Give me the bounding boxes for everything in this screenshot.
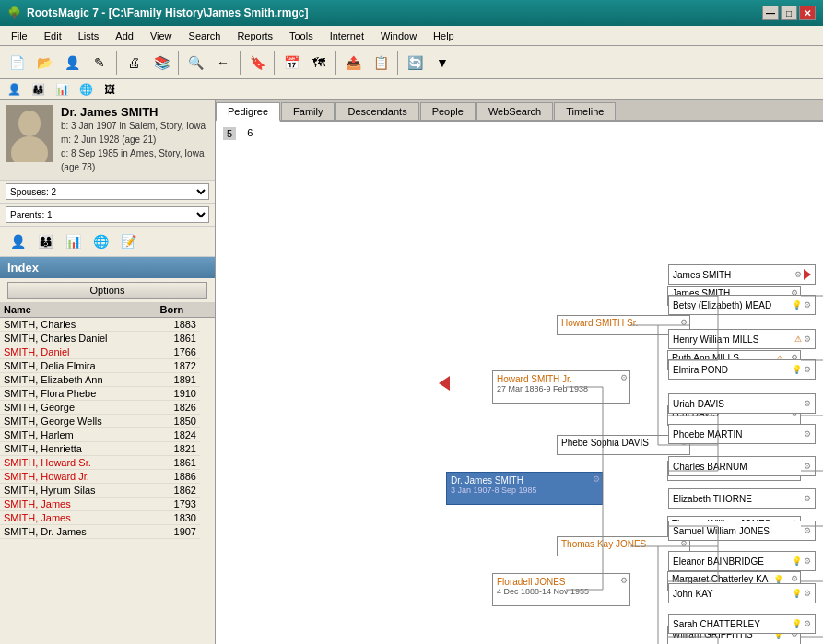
menu-file[interactable]: File [4,29,35,43]
index-row[interactable]: SMITH, Dr. James1907 [0,525,215,539]
family-icon-btn[interactable]: 👨‍👩‍👦 [33,230,57,252]
index-row[interactable]: SMITH, George Wells1850 [0,415,215,428]
tab-timeline[interactable]: Timeline [554,102,616,120]
gen4-1[interactable]: James SMITH ⚙ [668,264,816,285]
chart-icon-btn[interactable]: 📊 [61,230,85,252]
tab-descendants[interactable]: Descendants [335,102,418,120]
menu-search[interactable]: Search [182,29,229,43]
gen4-8-icon: ⚙ [804,494,811,503]
gen4-4[interactable]: Elmira POND 💡 ⚙ [668,359,816,380]
menu-lists[interactable]: Lists [71,29,107,43]
gen4-1-arrow[interactable] [804,269,811,280]
back-button[interactable]: ← [210,50,236,76]
index-row[interactable]: SMITH, Charles1883 [0,318,215,332]
gen4-5[interactable]: Uriah DAVIS ⚙ [668,393,816,414]
gen4-8[interactable]: Elizabeth THORNE ⚙ [668,488,816,509]
index-row[interactable]: SMITH, Hyrum Silas1862 [0,484,215,498]
map-button[interactable]: 🗺 [306,50,332,76]
minimize-button[interactable]: — [762,6,779,20]
pedigree-nav-5[interactable]: 5 [223,127,236,140]
gen4-12-icon: ⚙ [804,619,811,628]
web-view-btn[interactable]: 🌐 [76,81,96,98]
globe-icon-btn[interactable]: 🌐 [88,230,112,252]
index-row[interactable]: SMITH, Howard Jr.1886 [0,470,215,484]
parents-row: Parents: 1 [0,204,215,227]
tab-pedigree[interactable]: Pedigree [216,102,280,122]
gen3-1-icon: ⚙ [680,318,688,327]
parents-dropdown[interactable]: Parents: 1 [6,206,209,223]
calendar-button[interactable]: 📅 [278,50,304,76]
gen4-10[interactable]: Eleanor BAINBRIDGE 💡 ⚙ [668,551,816,571]
index-row[interactable]: SMITH, Henrietta1821 [0,442,215,456]
menu-add[interactable]: Add [108,29,141,43]
index-row[interactable]: SMITH, Elizabeth Ann1891 [0,373,215,387]
gen4-7[interactable]: Charles BARNUM ⚙ [668,456,816,476]
add-person-button[interactable]: 👤 [59,50,85,76]
pedigree-gen2-2[interactable]: Floradell JONES 4 Dec 1888-14 Nov 1955 ⚙ [492,573,630,606]
index-row[interactable]: SMITH, Daniel1766 [0,345,215,359]
gen4-10-icon: ⚙ [804,556,811,566]
gen4-3[interactable]: Henry William MILLS ⚠ ⚙ [668,329,816,349]
print-button[interactable]: 🖨 [121,50,147,76]
sync-button[interactable]: 🔄 [402,50,428,76]
title-bar-controls[interactable]: — □ ✕ [762,6,816,20]
person-icon-btn[interactable]: 👤 [6,230,29,252]
index-row[interactable]: SMITH, Charles Daniel1861 [0,332,215,345]
search-button[interactable]: 🔍 [182,50,208,76]
index-row[interactable]: SMITH, Harlem1824 [0,428,215,442]
new-button[interactable]: 📄 [4,50,29,76]
close-button[interactable]: ✕ [799,6,816,20]
menu-help[interactable]: Help [426,29,462,43]
index-row[interactable]: SMITH, James1830 [0,511,215,525]
menu-edit[interactable]: Edit [37,29,69,43]
family-view-btn[interactable]: 👨‍👩‍👦 [28,81,48,98]
tab-family[interactable]: Family [281,102,335,120]
menu-window[interactable]: Window [373,29,424,43]
more-button[interactable]: ▼ [429,50,455,76]
menu-view[interactable]: View [143,29,180,43]
gen4-6[interactable]: Phoebe MARTIN ⚙ [668,424,816,444]
mid-6-icon: ⚙ [791,574,798,583]
index-row[interactable]: SMITH, Flora Phebe1910 [0,387,215,401]
person-header: Dr. James SMITH b: 3 Jan 1907 in Salem, … [0,100,215,181]
pedigree-arrow-left[interactable] [439,376,450,391]
pedigree-gen2-1[interactable]: Howard SMITH Jr. 27 Mar 1886-9 Feb 1938 … [492,370,630,404]
tab-people[interactable]: People [420,102,476,120]
index-name: SMITH, Henrietta [0,442,157,456]
app-icon: 🌳 [7,6,21,19]
spouses-dropdown[interactable]: Spouses: 2 [6,183,209,200]
pedigree-nav-6[interactable]: 6 [247,127,253,140]
pedigree-nav: 5 6 [223,127,253,140]
gen4-9[interactable]: Samuel William JONES ⚙ [668,521,816,541]
options-button[interactable]: Options [7,282,207,299]
gen4-2[interactable]: Betsy (Elizabeth) MEAD 💡 ⚙ [668,295,816,315]
gen4-12[interactable]: Sarah CHATTERLEY 💡 ⚙ [668,614,816,634]
index-table[interactable]: Name Born SMITH, Charles1883SMITH, Charl… [0,302,215,644]
index-born: 1910 [157,387,200,401]
index-row[interactable]: SMITH, Delia Elmira1872 [0,359,215,373]
notes-icon-btn[interactable]: 📝 [116,230,140,252]
person-view-btn[interactable]: 👤 [4,81,24,98]
index-row[interactable]: SMITH, Howard Sr.1861 [0,456,215,470]
pedigree-gen1[interactable]: Dr. James SMITH 3 Jan 1907-8 Sep 1985 ⚙ [446,472,603,505]
gen4-9-name: Samuel William JONES [673,526,802,536]
share-button[interactable]: 📤 [340,50,366,76]
index-row[interactable]: SMITH, George1826 [0,401,215,415]
col-name: Name [0,302,157,318]
menu-internet[interactable]: Internet [323,29,371,43]
edit-button[interactable]: ✎ [87,50,112,76]
stats-view-btn[interactable]: 📊 [52,81,72,98]
open-button[interactable]: 📂 [31,50,57,76]
index-born: 1891 [157,373,200,387]
bookmark-button[interactable]: 🔖 [244,50,270,76]
tab-websearch[interactable]: WebSearch [476,102,553,120]
menu-reports[interactable]: Reports [229,29,280,43]
gen4-3-name: Henry William MILLS [673,334,794,345]
gen4-11[interactable]: John KAY 💡 ⚙ [668,583,816,603]
list-button[interactable]: 📋 [368,50,394,76]
index-row[interactable]: SMITH, James1793 [0,498,215,511]
book-button[interactable]: 📚 [148,50,174,76]
menu-tools[interactable]: Tools [282,29,321,43]
restore-button[interactable]: □ [781,6,797,20]
media-view-btn[interactable]: 🖼 [100,81,120,98]
